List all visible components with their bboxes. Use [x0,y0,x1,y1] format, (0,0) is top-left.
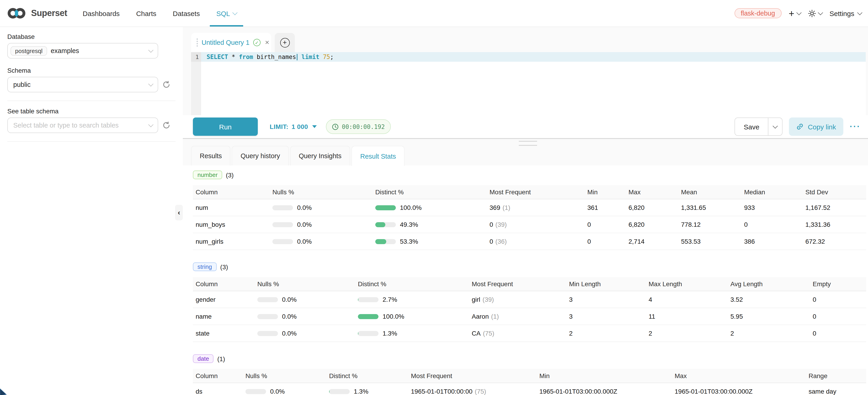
percent-bar-cell: 0.0% [255,308,355,325]
settings-label: Settings [830,9,854,17]
stat-value-cell: 4 [646,291,728,308]
chevron-down-icon [148,48,154,53]
run-button[interactable]: Run [193,118,258,136]
percent-bar [358,297,378,302]
sql-token [298,54,302,60]
percent-bar-cell: 0.0% [255,325,355,342]
most-frequent-value: 1965-01-01T00:00:00 [411,388,472,395]
theme-dropdown[interactable] [808,9,822,17]
new-item-dropdown[interactable]: + [789,8,801,18]
table-select[interactable]: Select table or type to search tables [7,118,158,133]
sqllab-main-panel: Untitled Query 1 ✓ × + 1 SELECT * from b… [183,27,868,395]
percent-bar-fill [358,331,358,336]
stat-value-cell: 933 [741,199,803,216]
percent-label: 0.0% [297,238,312,245]
percent-bar-fill [375,239,386,244]
percent-bar [358,331,378,336]
stat-value-cell: 386 [741,233,803,250]
stat-value-cell: 1965-01-01T03:00:00.000Z [672,383,806,395]
column-header: Nulls % [255,277,355,291]
percent-bar [272,239,293,244]
percent-bar-cell: 0.0% [243,383,327,395]
column-header: Column [193,277,255,291]
settings-menu[interactable]: Settings [830,9,862,17]
percent-bar-cell: 2.7% [355,291,469,308]
percent-label: 0.0% [282,330,297,337]
stat-value-cell: 0 [585,216,626,233]
save-split-button[interactable]: Save [735,118,782,136]
more-actions-button[interactable]: ··· [850,123,861,131]
panel-resize-divider[interactable] [183,138,868,139]
superset-brand[interactable]: Superset [0,7,72,20]
add-tab-button[interactable]: + [280,38,289,47]
column-count: (3) [220,263,228,270]
nav-item-label: Charts [136,9,156,17]
copy-link-button[interactable]: Copy link [789,118,843,136]
most-frequent-count: (39) [495,221,507,228]
percent-bar-cell: 1.3% [327,383,408,395]
column-header: Min [585,185,626,199]
nav-item-datasets[interactable]: Datasets [173,0,200,27]
refresh-tables-icon[interactable] [162,121,170,129]
most-frequent-value: 369 [490,204,500,211]
most-frequent-count: (1) [491,313,499,320]
limit-dropdown[interactable]: LIMIT: 1 000 [270,123,317,130]
refresh-schema-icon[interactable] [162,81,170,89]
column-name-cell: num [193,199,270,216]
column-name-cell: num_girls [193,233,270,250]
nav-item-charts[interactable]: Charts [136,0,156,27]
percent-bar-cell: 0.0% [270,199,373,216]
most-frequent-count: (36) [495,238,507,245]
new-tab-area: + [275,33,295,52]
query-tab[interactable]: Untitled Query 1 ✓ × [191,33,271,52]
stat-value-cell: 1,331.36 [803,216,866,233]
stat-value-cell: 0 [585,233,626,250]
schema-value: public [13,81,31,88]
section-header-date: date(1) [193,354,868,363]
sidebar-divider [7,100,176,101]
percent-bar [375,239,396,244]
save-options-button[interactable] [768,118,782,135]
sql-code-line[interactable]: SELECT * from birth_names limit 75; [207,52,334,62]
percent-bar [257,297,278,302]
tab-result-stats[interactable]: Result Stats [351,146,405,166]
tab-results[interactable]: Results [191,146,230,165]
most-frequent-cell: CA(75) [469,325,566,342]
tab-label: Query history [241,152,280,159]
percent-bar-fill [375,222,385,227]
stat-value-cell: 5.95 [728,308,810,325]
resize-grip-icon[interactable] [519,141,537,146]
plus-icon: + [789,8,795,18]
stats-section-date: date(1)ColumnNulls %Distinct %Most Frequ… [193,354,868,395]
schema-select[interactable]: public [7,77,158,92]
column-header: Distinct % [327,369,408,383]
chevron-down-icon [148,122,154,127]
percent-bar [272,205,293,210]
close-tab-icon[interactable]: × [265,38,270,47]
text-cursor [297,54,297,60]
database-select[interactable]: postgresql examples [7,43,158,59]
nav-item-dashboards[interactable]: Dashboards [83,0,120,27]
collapse-sidebar-button[interactable]: ‹ [175,205,183,220]
link-icon [797,123,804,130]
tab-query-insights[interactable]: Query Insights [290,146,350,165]
save-button[interactable]: Save [735,123,768,130]
percent-bar-cell: 0.0% [270,233,373,250]
query-tab-title: Untitled Query 1 [202,39,250,46]
percent-label: 0.0% [282,313,297,320]
stats-table-number: ColumnNulls %Distinct %Most FrequentMinM… [193,185,866,250]
stat-value-cell: 3 [566,291,646,308]
most-frequent-cell: girl(39) [469,291,566,308]
nav-item-sql[interactable]: SQL [216,0,237,27]
most-frequent-count: (75) [483,330,494,337]
percent-label: 0.0% [270,388,285,395]
caret-down-icon [312,125,317,128]
tab-query-history[interactable]: Query history [232,146,289,165]
query-timer-value: 00:00:00.192 [342,123,385,130]
results-tab-bar: ResultsQuery historyQuery InsightsResult… [191,146,406,166]
type-badge-number: number [193,171,222,179]
sql-editor[interactable]: 1 SELECT * from birth_names limit 75; [191,52,866,116]
drag-handle-icon[interactable] [196,38,198,47]
column-header: Nulls % [270,185,373,199]
stat-value-cell: 553.53 [678,233,741,250]
